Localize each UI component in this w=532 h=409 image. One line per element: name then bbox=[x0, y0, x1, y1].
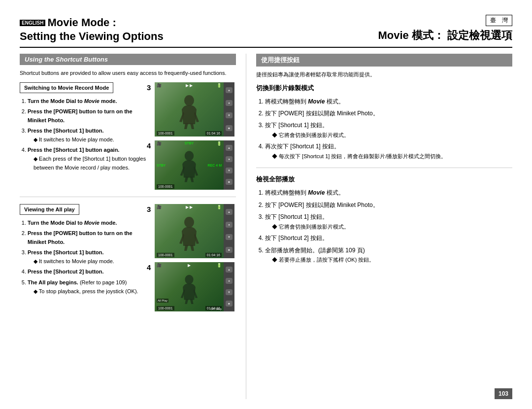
cam-btn-2: ● bbox=[226, 100, 233, 106]
camera-images-2: 3 bbox=[155, 204, 236, 311]
cam-battery-1: 🔋 bbox=[217, 83, 222, 88]
cam-btn-13: ▲ bbox=[226, 267, 233, 273]
steps-2: Turn the Mode Dial to Movie mode. Press … bbox=[20, 219, 150, 296]
title-chinese: Movie 模式： 設定檢視選項 bbox=[378, 28, 512, 43]
bullet-1-3: It switches to Movie play mode. bbox=[28, 136, 150, 144]
zh-step-2-3: 按下 [Shortcut 1] 按鈕。 它將會切換到播放影片模式。 bbox=[265, 212, 512, 231]
cam-btn-15: ▼ bbox=[226, 289, 233, 295]
sub-section-2-block: Viewing the All play Turn the Mode Dial … bbox=[20, 204, 236, 311]
cam-time-3b: 01:04:16 bbox=[205, 253, 222, 257]
zh-bullet-2-3: 它將會切換到播放影片模式。 bbox=[265, 222, 512, 232]
zh-bullet-1-3: 它將會切換到播放影片模式。 bbox=[265, 131, 512, 140]
step-num-4a: 4 bbox=[147, 141, 151, 150]
cam-battery-4: 🔋 bbox=[217, 263, 222, 268]
cam-btn-5: ▲ bbox=[226, 145, 233, 151]
cam-top-bar-4b: 🎥 ▶ 🔋 bbox=[155, 263, 224, 268]
bullet-1-4: Each press of the [Shortcut 1] button to… bbox=[28, 155, 150, 172]
step-num-3b: 3 bbox=[147, 205, 151, 213]
zh-step-2-1: 將模式轉盤轉到 Movie 模式。 bbox=[265, 188, 512, 198]
step-2-2: Press the [POWER] button to turn on the … bbox=[28, 229, 150, 246]
steps-block-1: Switching to Movie Record Mode Turn the … bbox=[20, 82, 150, 190]
rec-label: REC 4 M bbox=[208, 163, 222, 167]
section-header-zh: 使用捷徑按鈕 bbox=[256, 54, 512, 67]
section-desc-en: Shortcut buttons are provided to allow u… bbox=[20, 69, 236, 77]
cam-btn-7: ▼ bbox=[226, 168, 233, 173]
step-1-4: Press the [Shortcut 1] button again. Eac… bbox=[28, 146, 150, 172]
camera-screen-4b: 🎥 ▶ 🔋 All Play 100-0001 01:04:16 OK Stop bbox=[155, 262, 224, 311]
cam-btn-1: ▲ bbox=[226, 87, 233, 93]
zh-bullet-2-5: 若要停止播放，請按下搖桿 (OK) 按鈕。 bbox=[265, 255, 512, 265]
cam-counter-3b: 100-0001 bbox=[157, 253, 174, 257]
header-right: 臺 灣 Movie 模式： 設定檢視選項 bbox=[378, 15, 512, 43]
zh-steps-2: 將模式轉盤轉到 Movie 模式。 按下 [POWER] 按鈕以開啟 Minik… bbox=[256, 188, 512, 264]
step-num-3a: 3 bbox=[147, 83, 151, 92]
cam-btn-4: ■ bbox=[226, 125, 233, 131]
cam-btn-10: ● bbox=[226, 222, 233, 228]
page-header: ENGLISH Movie Mode : Setting the Viewing… bbox=[20, 15, 512, 48]
cam-btn-12: ■ bbox=[226, 247, 233, 253]
svg-point-2 bbox=[184, 217, 194, 228]
camera-body-3b: 🎥 ▶ ▶ 🔋 100-0001 01:04:16 ▲ bbox=[155, 204, 236, 258]
zh-step-2-4: 按下 [Shortcut 2] 按鈕。 bbox=[265, 233, 512, 243]
page-number: 103 bbox=[495, 388, 512, 399]
stby-label: STBY bbox=[157, 163, 166, 167]
cam-bottom-bar-4a: 100-0001 bbox=[155, 184, 224, 189]
section-separator-left bbox=[20, 197, 236, 197]
cam-mode-4a: STBY bbox=[185, 141, 194, 146]
camera-body-4a: 🎥 STBY 🔋 STBY REC 4 M 100-0001 bbox=[155, 140, 236, 190]
right-separator bbox=[256, 168, 512, 168]
cam-time-3a: 01:04:16 bbox=[205, 131, 222, 136]
cam-btn-14: ● bbox=[226, 278, 233, 284]
person-silhouette-3 bbox=[174, 216, 204, 251]
camera-body-3a: 🎥 ▶ ▶ 🔋 100-0001 01:04:16 ▲ bbox=[155, 82, 236, 136]
person-silhouette-4 bbox=[176, 274, 203, 304]
step-2-1: Turn the Mode Dial to Movie mode. bbox=[28, 219, 150, 228]
camera-screen-3b: 🎥 ▶ ▶ 🔋 100-0001 01:04:16 bbox=[155, 204, 224, 258]
cam-bottom-bar-3b: 100-0001 01:04:16 bbox=[155, 253, 224, 257]
cam-icon-2: 🎥 bbox=[157, 141, 162, 146]
zh-step-1-2: 按下 [POWER] 按鈕以開啟 Miniket Photo。 bbox=[265, 108, 512, 118]
zh-step-2-5: 全部播放將會開始。(請參閱第 109 頁) 若要停止播放，請按下搖桿 (OK) … bbox=[265, 245, 512, 265]
header-left: ENGLISH Movie Mode : Setting the Viewing… bbox=[20, 16, 164, 43]
english-badge: ENGLISH bbox=[20, 20, 45, 26]
left-column: Using the Shortcut Buttons Shortcut butt… bbox=[20, 54, 246, 399]
cam-side-3a: ▲ ● ▼ ■ bbox=[224, 82, 234, 136]
title-line2: Setting the Viewing Options bbox=[20, 30, 164, 43]
step-num-4b: 4 bbox=[147, 263, 151, 272]
zh-step-1-1: 將模式轉盤轉到 Movie 模式。 bbox=[265, 97, 512, 106]
right-column: 使用捷徑按鈕 捷徑按鈕專為讓使用者輕鬆存取常用功能而提供。 切換到影片錄製模式 … bbox=[246, 54, 512, 399]
step-1-2: Press the [POWER] button to turn on the … bbox=[28, 107, 150, 125]
sub-section-label-1: Switching to Movie Record Mode bbox=[20, 82, 113, 93]
svg-point-0 bbox=[184, 95, 194, 106]
sub-section-label-2: Viewing the All play bbox=[20, 204, 79, 215]
cam-timecode-3a: ▶ ▶ bbox=[186, 83, 193, 88]
cam-counter-3a: 100-0001 bbox=[157, 131, 174, 136]
cam-btn-6: ● bbox=[226, 156, 233, 162]
sub-section-zh-label-2: 檢視全部播放 bbox=[256, 175, 512, 184]
cam-side-4b: ▲ ● ▼ ■ bbox=[224, 262, 234, 311]
steps-block-2: Viewing the All play Turn the Mode Dial … bbox=[20, 204, 150, 311]
sub-section-zh-label-1: 切換到影片錄製模式 bbox=[256, 84, 512, 93]
cam-btn-11: ▼ bbox=[226, 234, 233, 240]
zh-step-2-2: 按下 [POWER] 按鈕以開啟 Miniket Photo。 bbox=[265, 200, 512, 210]
zh-step-1-4: 再次按下 [Shortcut 1] 按鈕。 每次按下 [Shortcut 1] … bbox=[265, 141, 512, 161]
cam-btn-16: ■ bbox=[226, 301, 233, 307]
zh-steps-1: 將模式轉盤轉到 Movie 模式。 按下 [POWER] 按鈕以開啟 Minik… bbox=[256, 97, 512, 161]
step-2-4: Press the [Shortcut 2] button. bbox=[28, 268, 150, 276]
svg-point-3 bbox=[185, 274, 193, 284]
cam-icon-3: 🎥 bbox=[157, 205, 162, 209]
cam-battery-3: 🔋 bbox=[217, 205, 222, 209]
cam-top-bar-3a: 🎥 ▶ ▶ 🔋 bbox=[155, 83, 224, 88]
cam-side-4a: ▲ ● ▼ ■ bbox=[224, 140, 234, 190]
person-silhouette-1 bbox=[174, 95, 204, 129]
cam-icon-4: 🎥 bbox=[157, 263, 162, 268]
section-desc-zh: 捷徑按鈕專為讓使用者輕鬆存取常用功能而提供。 bbox=[256, 70, 512, 79]
camera-screen-3a: 🎥 ▶ ▶ 🔋 100-0001 01:04:16 bbox=[155, 82, 224, 136]
title-line1: Movie Mode : bbox=[47, 16, 116, 29]
main-content: Using the Shortcut Buttons Shortcut butt… bbox=[20, 54, 512, 399]
zh-step-1-3: 按下 [Shortcut 1] 按鈕。 它將會切換到播放影片模式。 bbox=[265, 120, 512, 139]
cam-top-bar-3b: 🎥 ▶ ▶ 🔋 bbox=[155, 205, 224, 209]
cam-side-3b: ▲ ● ▼ ■ bbox=[224, 204, 234, 258]
cam-top-bar-4a: 🎥 STBY 🔋 bbox=[155, 141, 224, 146]
cam-counter-4b: 100-0001 bbox=[157, 306, 174, 310]
